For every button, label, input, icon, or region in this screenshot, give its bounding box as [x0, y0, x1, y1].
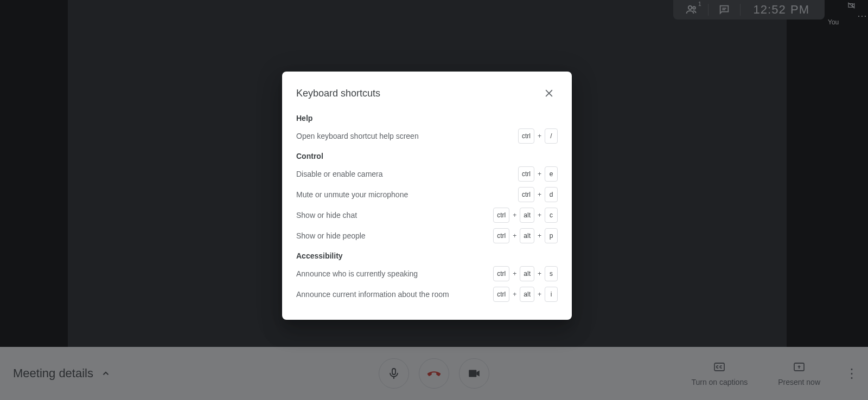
shortcut-section-heading: Help: [296, 114, 558, 122]
shortcut-section-heading: Accessibility: [296, 251, 558, 260]
shortcut-key: i: [545, 287, 558, 302]
shortcut-row: Disable or enable cameractrl+e: [296, 164, 558, 184]
microphone-button[interactable]: [379, 358, 409, 389]
self-tile-label: You: [828, 18, 839, 26]
close-icon: [544, 88, 554, 99]
chat-icon: [718, 4, 730, 16]
shortcut-row: Announce current information about the r…: [296, 284, 558, 305]
shortcut-key: /: [545, 128, 558, 144]
key-plus: +: [512, 211, 517, 219]
shortcut-row: Announce who is currently speakingctrl+a…: [296, 263, 558, 284]
key-plus: +: [537, 211, 542, 219]
key-plus: +: [537, 170, 542, 178]
captions-button[interactable]: Turn on captions: [676, 360, 763, 386]
participants-button[interactable]: 1: [675, 0, 708, 20]
hangup-button[interactable]: [419, 358, 449, 389]
key-plus: +: [512, 291, 517, 298]
meeting-details-label: Meeting details: [13, 366, 93, 380]
shortcut-key: ctrl: [518, 187, 534, 202]
shortcut-row: Show or hide peoplectrl+alt+p: [296, 225, 558, 246]
more-vertical-icon: ⋮: [845, 366, 858, 381]
clock: 12:52 PM: [741, 3, 822, 17]
shortcut-key: ctrl: [493, 266, 509, 281]
key-plus: +: [537, 270, 542, 278]
self-tile-more-icon[interactable]: ⋯: [857, 10, 866, 22]
gutter-left: [0, 0, 68, 347]
key-plus: +: [537, 232, 542, 240]
shortcut-key: alt: [520, 228, 534, 243]
bottom-control-bar: Meeting details: [0, 347, 868, 400]
camera-off-icon: [847, 1, 856, 10]
center-controls: [379, 347, 489, 400]
shortcut-key: ctrl: [518, 166, 534, 182]
shortcut-keys: ctrl+e: [518, 166, 558, 182]
camera-button[interactable]: [459, 358, 489, 389]
shortcut-label: Mute or unmute your microphone: [296, 190, 408, 199]
meeting-details-button[interactable]: Meeting details: [13, 347, 111, 400]
shortcut-section-heading: Control: [296, 152, 558, 160]
chat-button[interactable]: [709, 0, 740, 20]
shortcut-key: ctrl: [493, 208, 509, 223]
shortcut-key: alt: [520, 287, 534, 302]
shortcut-label: Show or hide chat: [296, 211, 357, 220]
shortcut-key: d: [545, 187, 558, 202]
shortcut-keys: ctrl+alt+p: [493, 228, 558, 243]
key-plus: +: [512, 270, 517, 278]
key-plus: +: [512, 232, 517, 240]
shortcut-row: Open keyboard shortcut help screenctrl+/: [296, 126, 558, 146]
shortcut-label: Disable or enable camera: [296, 170, 383, 178]
dialog-close-button[interactable]: [540, 85, 558, 102]
svg-point-0: [688, 6, 691, 9]
shortcut-label: Announce who is currently speaking: [296, 269, 418, 278]
svg-rect-5: [392, 369, 395, 375]
shortcut-key: alt: [520, 208, 534, 223]
key-plus: +: [537, 291, 542, 298]
shortcut-key: ctrl: [493, 228, 509, 243]
captions-icon: [713, 360, 726, 373]
shortcut-key: e: [545, 166, 558, 182]
people-icon: 1: [685, 3, 698, 16]
microphone-icon: [387, 367, 400, 380]
present-icon: [793, 360, 806, 373]
shortcut-label: Announce current information about the r…: [296, 290, 449, 299]
shortcut-key: ctrl: [518, 128, 534, 144]
shortcut-row: Show or hide chatctrl+alt+c: [296, 205, 558, 225]
shortcut-key: p: [545, 228, 558, 243]
shortcut-row: Mute or unmute your microphonectrl+d: [296, 184, 558, 205]
shortcut-key: s: [545, 266, 558, 281]
hangup-icon: [426, 365, 442, 382]
shortcut-keys: ctrl+/: [518, 128, 558, 144]
gutter-right: [787, 0, 868, 347]
camera-icon: [467, 366, 481, 380]
shortcut-key: ctrl: [493, 287, 509, 302]
shortcut-key: c: [545, 208, 558, 223]
self-video-tile[interactable]: You ⋯: [825, 0, 868, 28]
shortcut-label: Show or hide people: [296, 231, 366, 240]
captions-label: Turn on captions: [691, 378, 748, 386]
chevron-up-icon: [101, 369, 111, 378]
dialog-body: HelpOpen keyboard shortcut help screenct…: [296, 114, 558, 305]
key-plus: +: [537, 191, 542, 198]
participants-count: 1: [698, 1, 701, 7]
present-label: Present now: [778, 378, 820, 386]
more-options-button[interactable]: ⋮: [835, 347, 868, 400]
shortcut-keys: ctrl+alt+i: [493, 287, 558, 302]
dialog-title: Keyboard shortcuts: [296, 88, 380, 99]
right-controls: Turn on captions Present now ⋮: [676, 347, 868, 400]
top-info-bar: 1 12:52 PM: [673, 0, 825, 20]
shortcut-keys: ctrl+alt+s: [493, 266, 558, 281]
key-plus: +: [537, 132, 542, 140]
present-button[interactable]: Present now: [763, 360, 835, 386]
shortcut-label: Open keyboard shortcut help screen: [296, 132, 419, 140]
shortcut-keys: ctrl+alt+c: [493, 208, 558, 223]
shortcut-key: alt: [520, 266, 534, 281]
svg-point-1: [693, 7, 695, 9]
keyboard-shortcuts-dialog: Keyboard shortcuts HelpOpen keyboard sho…: [282, 72, 572, 320]
shortcut-keys: ctrl+d: [518, 187, 558, 202]
